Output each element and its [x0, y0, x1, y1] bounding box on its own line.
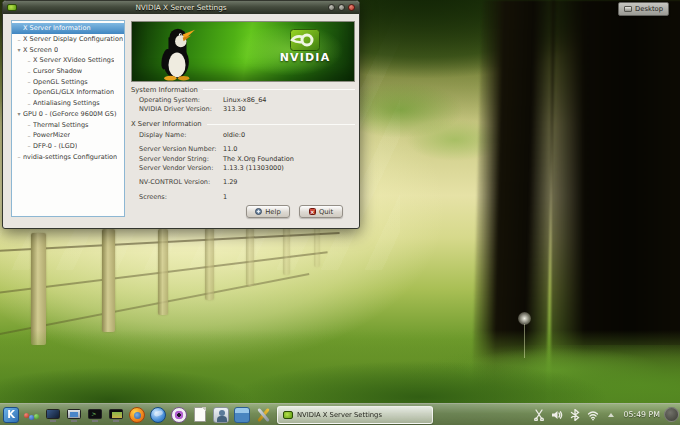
desktop-button-label: Desktop [635, 5, 663, 13]
document-icon[interactable] [194, 407, 206, 422]
nvidia-eye-icon [290, 29, 320, 51]
panel-cashew-icon[interactable] [664, 407, 679, 422]
taskbar-launchers: K [0, 407, 271, 423]
sidebar-item-label: Cursor Shadow [33, 67, 82, 75]
volume-icon[interactable] [551, 408, 564, 421]
terminal-icon[interactable] [87, 407, 103, 423]
window-titlebar[interactable]: NVIDIA X Server Settings [3, 1, 359, 14]
monitor-icon[interactable] [45, 407, 61, 423]
sidebar-item[interactable]: –X Server Display Configuration [12, 34, 124, 45]
info-label: Server Version Number: [139, 145, 223, 154]
tree-dash-icon: – [25, 89, 33, 96]
tree-dash-icon: – [25, 78, 33, 85]
sidebar-item[interactable]: –nvidia-settings Configuration [12, 151, 124, 162]
dandelion-icon [518, 312, 531, 325]
sidebar-item[interactable]: –OpenGL Settings [12, 76, 124, 87]
package-icon[interactable] [234, 407, 250, 423]
colored-dots-icon[interactable] [24, 407, 40, 423]
tree-dash-icon: – [15, 153, 23, 160]
minimize-button[interactable] [328, 4, 335, 11]
desktop-workspace-button[interactable]: Desktop [618, 2, 669, 16]
wallpaper-fence-post [314, 227, 320, 267]
info-row: Screens:1 [139, 193, 355, 202]
help-button[interactable]: Help [246, 205, 290, 218]
info-value: Linux-x86_64 [223, 96, 355, 105]
tree-dash-icon: – [25, 132, 33, 139]
wifi-icon[interactable] [587, 408, 600, 421]
window-title: NVIDIA X Server Settings [3, 3, 359, 12]
info-label: Server Vendor String: [139, 155, 223, 164]
media-display-icon[interactable] [108, 407, 124, 423]
info-label: Screens: [139, 193, 223, 202]
expander-icon[interactable]: ▾ [15, 110, 23, 117]
info-row: Server Version Number:11.0 [139, 145, 355, 154]
sidebar-item-label: X Server XVideo Settings [33, 56, 114, 64]
section-header: X Server Information [131, 120, 355, 129]
sidebar-item-label: PowerMizer [33, 131, 70, 139]
sidebar-item[interactable]: –PowerMizer [12, 130, 124, 141]
info-value: 1.29 [223, 178, 355, 187]
sidebar-item[interactable]: ▾GPU 0 - (GeForce 9600M GS) [12, 109, 124, 120]
info-row: Operating System:Linux-x86_64 [139, 96, 355, 105]
sidebar-item-label: X Screen 0 [23, 46, 58, 54]
info-value: 11.0 [223, 145, 355, 154]
tree-dash-icon: – [15, 36, 23, 43]
kde-menu-icon[interactable]: K [3, 407, 19, 423]
sidebar-item[interactable]: –Cursor Shadow [12, 66, 124, 77]
user-icon[interactable] [213, 407, 229, 423]
task-button-nvidia-settings[interactable]: NVIDIA X Server Settings [277, 406, 433, 424]
nvidia-task-icon [283, 411, 293, 419]
info-value: 313.30 [223, 105, 355, 114]
sidebar-item-label: X Server Information [23, 24, 91, 32]
desktop-monitor-icon [624, 6, 632, 12]
sidebar-item-label: Antialiasing Settings [33, 99, 100, 107]
sidebar-item-label: GPU 0 - (GeForce 9600M GS) [23, 110, 117, 118]
sidebar-item-label: Thermal Settings [33, 121, 89, 129]
tools-icon[interactable] [255, 407, 271, 423]
bluetooth-icon[interactable] [569, 408, 582, 421]
sidebar-item[interactable]: –Thermal Settings [12, 119, 124, 130]
firefox-icon[interactable] [129, 407, 145, 423]
tray-expander-icon[interactable] [605, 408, 618, 421]
info-sections: System InformationOperating System:Linux… [131, 85, 355, 207]
sidebar-item[interactable]: –OpenGL/GLX Information [12, 87, 124, 98]
sidebar-tree: X Server Information–X Server Display Co… [11, 20, 125, 217]
sidebar-item[interactable]: –X Server XVideo Settings [12, 55, 124, 66]
wallpaper-fence-post [158, 229, 168, 315]
info-label: NV-CONTROL Version: [139, 178, 223, 187]
konqueror-icon[interactable] [150, 407, 166, 423]
section-title: System Information [131, 86, 198, 94]
tree-dash-icon: – [25, 57, 33, 64]
eye-icon[interactable] [171, 407, 187, 423]
sidebar-item[interactable]: –Antialiasing Settings [12, 98, 124, 109]
sidebar-item-label: nvidia-settings Configuration [23, 153, 117, 161]
section-divider [203, 89, 355, 90]
taskbar-clock[interactable]: 05:49 PM [624, 410, 660, 419]
section-header: System Information [131, 85, 355, 94]
wallpaper-fence-post [31, 233, 46, 345]
expander-icon[interactable]: ▾ [15, 46, 23, 53]
close-button[interactable] [348, 4, 355, 11]
sidebar-item[interactable]: ▾X Screen 0 [12, 44, 124, 55]
info-label: NVIDIA Driver Version: [139, 105, 223, 114]
nvidia-logo: NVIDIA [266, 29, 344, 64]
klipper-scissors-icon[interactable] [533, 408, 546, 421]
sidebar-item[interactable]: –DFP-0 - (LGD) [12, 141, 124, 152]
info-row: NVIDIA Driver Version:313.30 [139, 105, 355, 114]
nvidia-wordmark: NVIDIA [266, 51, 344, 64]
maximize-button[interactable] [338, 4, 345, 11]
quit-icon: × [309, 208, 316, 215]
sidebar-item-label: DFP-0 - (LGD) [33, 142, 77, 150]
section-divider [207, 124, 355, 125]
nvidia-window-icon [7, 4, 17, 11]
nvidia-banner: NVIDIA [131, 21, 355, 82]
section-title: X Server Information [131, 120, 202, 128]
sidebar-item-label: X Server Display Configuration [23, 35, 123, 43]
sidebar-item[interactable]: X Server Information [12, 23, 124, 34]
info-row: Server Vendor String:The X.Org Foundatio… [139, 155, 355, 164]
computer-icon[interactable] [66, 407, 82, 423]
tree-dash-icon: – [25, 142, 33, 149]
wallpaper-fence-post [246, 228, 254, 286]
info-row: NV-CONTROL Version:1.29 [139, 178, 355, 187]
quit-button[interactable]: × Quit [299, 205, 343, 218]
